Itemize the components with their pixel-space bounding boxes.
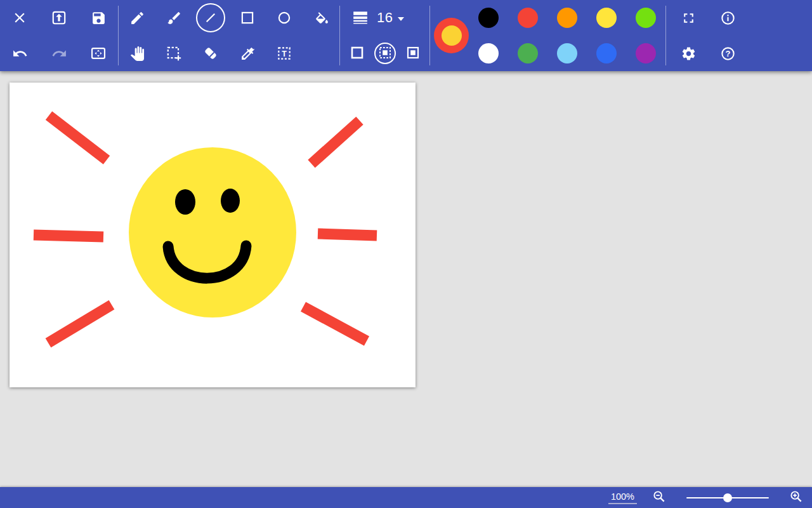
current-color-indicator[interactable] [434,18,469,53]
palette-row-2 [469,36,665,71]
settings-button[interactable] [674,39,703,68]
svg-text:?: ? [725,49,730,58]
zoom-slider-thumb[interactable] [723,493,732,502]
color-swatch-green[interactable] [518,43,538,64]
palette-row-1 [469,0,665,36]
tool-ellipse[interactable] [270,3,299,32]
select-icon [166,45,182,62]
outline-and-fill-icon [405,45,421,62]
tool-select[interactable] [159,39,188,68]
ellipse-icon [276,10,292,26]
workspace [0,71,812,487]
file-group [0,0,118,71]
current-color-fill [442,25,462,46]
rectangle-icon [239,10,256,26]
info-button[interactable] [713,3,742,32]
fill-style-fill-only[interactable] [374,43,396,64]
help-icon: ? [720,46,736,62]
redo-button[interactable] [44,39,74,68]
zoom-out-icon [652,490,667,506]
save-icon [91,10,107,26]
zoom-slider[interactable] [686,491,769,504]
color-swatch-black[interactable] [478,8,499,28]
color-palette [469,0,665,71]
outline-only-icon [350,45,365,62]
fit-to-screen-icon [90,45,107,62]
close-icon [11,10,28,26]
tools-group: T [119,0,339,71]
eraser-icon [202,45,219,62]
svg-text:T: T [282,50,287,58]
line-icon [202,10,219,26]
close-button[interactable] [5,3,34,32]
stroke-width-value: 16 [377,10,393,26]
brush-icon [166,10,182,26]
misc-group: ? [666,0,747,71]
color-swatch-white[interactable] [478,43,499,64]
save-button[interactable] [84,3,113,32]
color-swatch-orange[interactable] [557,8,577,28]
line-weight-icon [351,9,369,27]
help-button[interactable]: ? [713,39,742,68]
open-image-icon [51,10,67,26]
color-swatch-red[interactable] [518,8,538,28]
tool-color-picker[interactable] [233,39,262,68]
info-icon [720,10,736,26]
color-swatch-purple[interactable] [636,43,656,64]
color-swatch-blue[interactable] [596,43,617,64]
open-image-button[interactable] [44,3,74,32]
fullscreen-button[interactable] [674,3,703,32]
zoom-percent-field[interactable]: 100% [608,491,637,504]
stroke-width-dropdown[interactable]: 16 [340,0,429,36]
color-swatch-yellow[interactable] [596,8,617,28]
tool-pencil[interactable] [122,3,152,32]
zoom-in-icon [789,490,804,506]
toolbar: T 16 [0,0,812,71]
text-tool-icon: T [276,45,292,62]
color-swatch-light-blue[interactable] [557,43,577,64]
redo-icon [51,46,67,62]
fullscreen-icon [681,10,697,26]
tool-eraser[interactable] [196,39,225,68]
color-swatch-bright-green[interactable] [636,8,656,28]
pencil-icon [129,10,145,26]
zoom-out-button[interactable] [651,490,667,506]
fill-only-icon [377,45,393,62]
tool-text[interactable]: T [270,39,299,68]
fit-to-screen-button[interactable] [84,39,113,68]
tool-pan[interactable] [122,39,152,68]
canvas-drawing [10,83,416,387]
hand-icon [130,46,145,61]
statusbar: 100% [0,487,812,508]
tool-rectangle[interactable] [233,3,262,32]
drawing-canvas[interactable] [10,83,416,387]
gear-icon [681,46,697,62]
chevron-down-icon [398,17,404,21]
paint-bucket-icon [313,10,329,26]
tool-fill[interactable] [306,3,336,32]
zoom-in-button[interactable] [788,490,804,506]
colors-group [430,0,665,71]
undo-button[interactable] [5,39,34,68]
fill-style-outline-only[interactable] [346,43,368,64]
tool-line[interactable] [196,3,225,32]
eyedropper-icon [240,46,256,62]
fill-style-outline-and-fill[interactable] [402,43,424,64]
tool-brush[interactable] [159,3,188,32]
stroke-group: 16 [340,0,429,71]
undo-icon [12,46,28,62]
